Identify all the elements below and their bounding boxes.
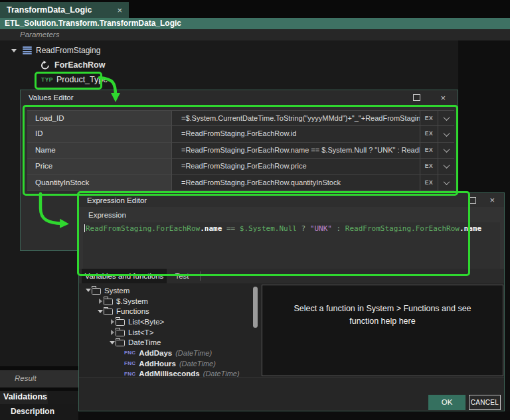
tree-item-label: ReadFromStaging	[36, 46, 100, 55]
expression-mode-button[interactable]: EX	[420, 175, 438, 190]
expander-closed-icon[interactable]	[97, 299, 104, 304]
dialog-footer: OK CANCEL	[79, 377, 504, 411]
value-dropdown-button[interactable]	[438, 175, 454, 190]
tab-transformdata-logic[interactable]: TransformData_Logic ×	[0, 2, 129, 18]
code-token-ident: ReadFromStaging.ForEachRow	[86, 224, 200, 233]
parameters-section-label[interactable]: Parameters	[0, 29, 510, 40]
code-token-member: .name	[200, 224, 222, 233]
value-dropdown-button[interactable]	[438, 126, 454, 141]
function-tree-folder[interactable]: List<Byte>	[109, 316, 240, 327]
code-token-op: ?	[297, 224, 310, 233]
cancel-button[interactable]: CANCEL	[469, 395, 501, 410]
value-row[interactable]: ID=ReadFromStaging.ForEachRow.idEX	[27, 126, 454, 142]
folder-icon	[104, 299, 113, 305]
value-expression-input[interactable]: =ReadFromStaging.ForEachRow.price	[172, 159, 420, 174]
value-dropdown-button[interactable]	[438, 159, 454, 174]
function-tree-function[interactable]: FNCAddMilliseconds(DateTime)	[124, 369, 240, 378]
chevron-down-icon	[443, 130, 450, 137]
tree-item-readfromstaging[interactable]: ReadFromStaging	[11, 44, 100, 57]
value-expression-input[interactable]: =ReadFromStaging.ForEachRow.quantityInSt…	[172, 175, 420, 190]
validations-tab[interactable]: Validations	[0, 391, 48, 404]
function-badge: FNC	[124, 350, 135, 356]
close-icon[interactable]: ×	[440, 94, 446, 102]
value-row[interactable]: Load_ID=$.System.CurrentDateTime.ToStrin…	[27, 110, 454, 126]
function-tree-function[interactable]: FNCAddDays(DateTime)	[124, 348, 240, 358]
function-name: AddDays	[139, 349, 172, 357]
tab-separator	[200, 271, 201, 281]
expression-mode-button[interactable]: EX	[420, 143, 438, 158]
tree-item-foreachrow[interactable]: ForEachRow	[40, 58, 105, 72]
function-tree-folder[interactable]: List<T>	[109, 327, 240, 338]
expander-open-icon[interactable]	[97, 310, 104, 313]
variables-panel: System$.SystemFunctionsList<Byte>List<T>…	[79, 283, 504, 378]
description-label: Description	[11, 407, 54, 416]
foreach-loop-icon	[40, 60, 50, 70]
tree-item-product-type[interactable]: TYP Product_Type	[41, 73, 108, 86]
code-token-ident: ReadFromStaging.ForEachRow	[345, 224, 460, 233]
value-expression-input[interactable]: =ReadFromStaging.ForEachRow.id	[172, 126, 420, 141]
values-table: Load_ID=$.System.CurrentDateTime.ToStrin…	[27, 110, 454, 191]
code-token-op: :	[332, 224, 345, 233]
value-name: QuantityInStock	[27, 175, 172, 190]
breadcrumb: ETL_Solution.Transform.TransformData_Log…	[0, 18, 510, 29]
function-tree-function[interactable]: FNCAddHours(DateTime)	[124, 358, 240, 369]
expander-closed-icon[interactable]	[109, 330, 116, 335]
document-tabstrip: TransformData_Logic ×	[0, 0, 510, 18]
expression-editor-titlebar[interactable]: Expression Editor ×	[79, 193, 504, 207]
tab-test[interactable]: Test	[167, 269, 197, 283]
expression-code-input[interactable]: ReadFromStaging.ForEachRow.name == $.Sys…	[83, 222, 500, 269]
expression-code: ReadFromStaging.ForEachRow.name == $.Sys…	[86, 224, 481, 233]
function-badge: FNC	[124, 371, 135, 377]
expression-mode-button[interactable]: EX	[420, 126, 438, 141]
result-section[interactable]: Result	[0, 370, 78, 387]
ok-button[interactable]: OK	[428, 395, 466, 410]
value-expression-input[interactable]: =ReadFromStaging.ForEachRow.name == $.Sy…	[172, 143, 420, 158]
tree-item-label: ForEachRow	[54, 60, 105, 70]
value-row[interactable]: QuantityInStock=ReadFromStaging.ForEachR…	[27, 175, 454, 191]
tab-title: TransformData_Logic	[7, 5, 92, 15]
folder-icon	[104, 309, 113, 315]
tree-scrollbar[interactable]	[253, 287, 258, 328]
tab-variables-and-functions[interactable]: Variables and functions	[82, 269, 167, 283]
folder-icon	[116, 319, 125, 326]
expander-closed-icon[interactable]	[109, 319, 116, 324]
folder-label: List<Byte>	[128, 318, 164, 326]
close-icon[interactable]: ×	[489, 196, 495, 204]
value-row[interactable]: Name=ReadFromStaging.ForEachRow.name == …	[27, 143, 454, 159]
tab-close-icon[interactable]: ×	[117, 6, 122, 15]
expression-label: Expression	[88, 211, 126, 219]
expander-open-icon[interactable]	[109, 341, 116, 344]
function-badge: FNC	[124, 360, 135, 366]
function-name: AddHours	[139, 360, 176, 368]
function-tree-folder[interactable]: DateTime	[109, 337, 240, 348]
type-badge: TYP	[41, 76, 53, 83]
function-tree-folder[interactable]: Functions	[97, 306, 240, 316]
code-token-member: .name	[460, 224, 481, 233]
expander-open-icon[interactable]	[85, 289, 92, 292]
description-section[interactable]: Description	[0, 404, 78, 420]
value-name: Price	[27, 159, 172, 174]
expression-mode-button[interactable]: EX	[420, 111, 438, 125]
dialog-title: Expression Editor	[87, 196, 147, 204]
expression-mode-button[interactable]: EX	[420, 159, 438, 174]
folder-icon	[116, 330, 125, 336]
values-editor-titlebar[interactable]: Values Editor ×	[21, 90, 458, 105]
function-tree-folder[interactable]: System	[85, 285, 240, 296]
folder-label: $.System	[116, 297, 148, 305]
folder-icon	[116, 340, 125, 346]
function-tree-folder[interactable]: $.System	[97, 296, 240, 307]
value-row[interactable]: Price=ReadFromStaging.ForEachRow.priceEX	[27, 159, 454, 175]
maximize-icon[interactable]	[469, 197, 476, 204]
expander-open-icon[interactable]	[11, 49, 17, 52]
function-return-type: (DateTime)	[175, 349, 212, 357]
folder-label: System	[104, 287, 129, 295]
folder-icon	[92, 288, 101, 295]
expression-editor-dialog: Expression Editor × Expression ReadFromS…	[78, 192, 505, 411]
value-dropdown-button[interactable]	[438, 111, 454, 125]
value-expression-input[interactable]: =$.System.CurrentDateTime.ToString("yyyy…	[172, 111, 420, 125]
value-dropdown-button[interactable]	[438, 143, 454, 158]
text-caret	[84, 224, 85, 232]
function-tree: System$.SystemFunctionsList<Byte>List<T>…	[85, 285, 240, 378]
maximize-icon[interactable]	[413, 94, 420, 101]
app-window: TransformData_Logic × ETL_Solution.Trans…	[0, 0, 510, 420]
